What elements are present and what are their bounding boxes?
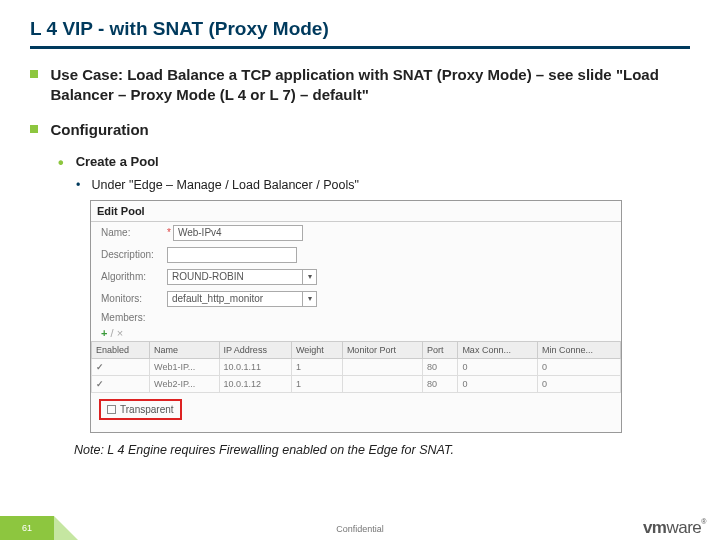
bullet-usecase: Use Case: Load Balance a TCP application… xyxy=(30,65,690,106)
table-row[interactable]: ✓ Web1-IP... 10.0.1.11 1 80 0 0 xyxy=(92,358,621,375)
col-port[interactable]: Port xyxy=(423,341,458,358)
chevron-down-icon: ▾ xyxy=(302,292,316,306)
logo-vm: vm xyxy=(643,518,667,537)
transparent-label: Transparent xyxy=(120,404,174,415)
dot-bullet-icon: • xyxy=(58,154,72,172)
create-pool-text: Create a Pool xyxy=(76,154,159,169)
name-row: Name: * Web-IPv4 xyxy=(91,222,621,244)
cell: Web1-IP... xyxy=(150,358,219,375)
toolbar-icons: + / × xyxy=(91,325,621,341)
square-bullet-icon xyxy=(30,70,38,78)
cell: 10.0.1.12 xyxy=(219,375,291,392)
bullet-under: • Under "Edge – Manage / Load Balancer /… xyxy=(76,178,690,192)
cell: 10.0.1.11 xyxy=(219,358,291,375)
monitors-label: Monitors: xyxy=(101,293,167,304)
cell xyxy=(342,375,422,392)
name-input[interactable]: Web-IPv4 xyxy=(173,225,303,241)
col-name[interactable]: Name xyxy=(150,341,219,358)
cell: 0 xyxy=(537,358,620,375)
note-text: Note: L 4 Engine requires Firewalling en… xyxy=(74,443,690,457)
col-minconn[interactable]: Min Conne... xyxy=(537,341,620,358)
edit-icon[interactable]: / xyxy=(111,327,114,339)
algorithm-select[interactable]: ROUND-ROBIN ▾ xyxy=(167,269,317,285)
cell: 80 xyxy=(423,358,458,375)
vmware-logo: vmware® xyxy=(643,518,706,538)
square-bullet-icon xyxy=(30,125,38,133)
check-icon: ✓ xyxy=(92,375,150,392)
under-text: Under "Edge – Manage / Load Balancer / P… xyxy=(91,178,358,192)
required-asterisk-icon: * xyxy=(167,227,171,238)
panel-title: Edit Pool xyxy=(91,201,621,222)
monitors-value: default_http_monitor xyxy=(172,293,263,304)
algorithm-label: Algorithm: xyxy=(101,271,167,282)
cell xyxy=(342,358,422,375)
description-row: Description: xyxy=(91,244,621,266)
chevron-down-icon: ▾ xyxy=(302,270,316,284)
edit-pool-panel: Edit Pool Name: * Web-IPv4 Description: … xyxy=(90,200,622,433)
algorithm-row: Algorithm: ROUND-ROBIN ▾ xyxy=(91,266,621,288)
bullet-list: Use Case: Load Balance a TCP application… xyxy=(30,65,690,457)
description-label: Description: xyxy=(101,249,167,260)
algorithm-value: ROUND-ROBIN xyxy=(172,271,244,282)
bullet-configuration: Configuration xyxy=(30,120,690,140)
cell: 0 xyxy=(537,375,620,392)
slide-title: L 4 VIP - with SNAT (Proxy Mode) xyxy=(30,18,690,49)
col-weight[interactable]: Weight xyxy=(291,341,342,358)
cell: Web2-IP... xyxy=(150,375,219,392)
bullet-create-pool: • Create a Pool xyxy=(58,154,690,172)
name-value: Web-IPv4 xyxy=(178,227,222,238)
cell: 80 xyxy=(423,375,458,392)
footer: 61 Confidential vmware® xyxy=(0,510,720,540)
col-ip[interactable]: IP Address xyxy=(219,341,291,358)
add-icon[interactable]: + xyxy=(101,327,107,339)
name-label: Name: xyxy=(101,227,130,238)
logo-ware: ware xyxy=(666,518,701,537)
usecase-text: Use Case: Load Balance a TCP application… xyxy=(50,65,670,106)
col-maxconn[interactable]: Max Conn... xyxy=(458,341,538,358)
description-input[interactable] xyxy=(167,247,297,263)
delete-icon[interactable]: × xyxy=(117,327,123,339)
cell: 1 xyxy=(291,358,342,375)
monitors-select[interactable]: default_http_monitor ▾ xyxy=(167,291,317,307)
table-row[interactable]: ✓ Web2-IP... 10.0.1.12 1 80 0 0 xyxy=(92,375,621,392)
col-enabled[interactable]: Enabled xyxy=(92,341,150,358)
members-table: Enabled Name IP Address Weight Monitor P… xyxy=(91,341,621,393)
transparent-checkbox-row[interactable]: Transparent xyxy=(99,399,182,420)
monitors-row: Monitors: default_http_monitor ▾ xyxy=(91,288,621,310)
col-monitor-port[interactable]: Monitor Port xyxy=(342,341,422,358)
cell: 1 xyxy=(291,375,342,392)
cell: 0 xyxy=(458,375,538,392)
confidential-label: Confidential xyxy=(0,524,720,534)
cell: 0 xyxy=(458,358,538,375)
dot-bullet-icon: • xyxy=(76,178,88,192)
configuration-text: Configuration xyxy=(50,120,670,140)
trademark-icon: ® xyxy=(701,518,706,525)
check-icon: ✓ xyxy=(92,358,150,375)
checkbox-icon[interactable] xyxy=(107,405,116,414)
members-label: Members: xyxy=(91,310,621,325)
